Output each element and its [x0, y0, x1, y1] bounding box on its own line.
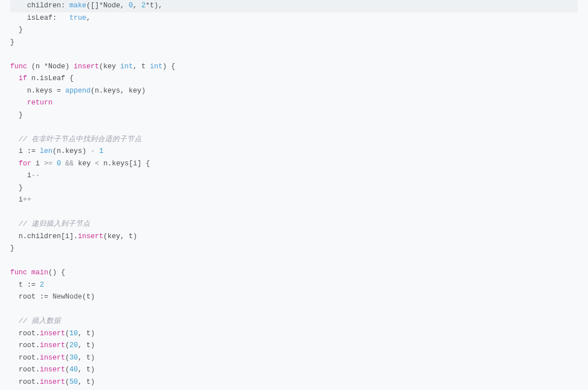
- code-token: ,: [133, 2, 142, 10]
- code-token: (n.keys): [52, 147, 91, 155]
- code-token: n.children[i].: [19, 233, 78, 240]
- code-token: -: [91, 147, 95, 155]
- code-token: :=: [40, 293, 49, 301]
- code-token: t: [19, 281, 27, 289]
- code-token: [36, 147, 40, 155]
- code-token: (key, t): [103, 233, 137, 240]
- code-token: <: [95, 160, 99, 168]
- code-token: }: [10, 38, 15, 46]
- code-token: append: [65, 87, 91, 95]
- code-token: &&: [65, 160, 74, 168]
- code-token: len: [40, 147, 53, 155]
- code-line: [10, 207, 578, 219]
- code-token: insert: [40, 341, 65, 349]
- code-token: (: [65, 366, 70, 374]
- code-token: 0: [57, 160, 62, 168]
- code-token: return: [27, 99, 52, 107]
- code-line: root.insert(30, t): [10, 352, 578, 365]
- code-line: for i >= 0 && key < n.keys[i] {: [10, 158, 578, 170]
- code-token: i: [27, 172, 32, 179]
- code-token: }: [19, 184, 23, 192]
- code-token: , t): [78, 330, 95, 338]
- code-token: :=: [27, 147, 36, 155]
- code-token: >=: [44, 160, 52, 168]
- code-token: 30: [69, 354, 78, 362]
- code-token: 2: [40, 281, 45, 289]
- code-token: insert: [74, 63, 99, 71]
- code-line: func (n *Node) insert(key int, t int) {: [10, 61, 578, 73]
- code-line: n.keys = append(n.keys, key): [10, 85, 578, 98]
- code-token: NewNode: [52, 293, 82, 301]
- code-token: (: [65, 378, 70, 386]
- code-token: (t): [82, 293, 95, 301]
- code-line: root.insert(50, t): [10, 376, 578, 389]
- code-line: [10, 304, 578, 316]
- code-line: }: [10, 24, 578, 37]
- code-token: isLeaf:: [27, 14, 69, 22]
- code-line: root.insert(40, t): [10, 364, 578, 376]
- code-token: int: [120, 63, 133, 71]
- code-token: root.: [19, 341, 40, 349]
- code-token: (: [65, 330, 70, 338]
- code-line: children: make([]*Node, 0, 2*t),: [10, 0, 578, 12]
- code-line: [10, 121, 578, 134]
- code-line: t := 2: [10, 279, 578, 292]
- code-token: 40: [69, 366, 78, 374]
- code-token: 10: [69, 330, 78, 338]
- code-token: , t): [78, 366, 95, 374]
- code-token: }: [19, 111, 23, 119]
- code-token: n.keys =: [27, 87, 65, 95]
- code-token: insert: [40, 330, 65, 338]
- code-line: func main() {: [10, 267, 578, 279]
- code-token: children:: [27, 2, 69, 10]
- code-token: n.keys[i] {: [99, 160, 150, 168]
- code-line: n.children[i].insert(key, t): [10, 231, 578, 243]
- code-line: }: [10, 182, 578, 195]
- code-line: [10, 49, 578, 61]
- code-token: 2: [142, 2, 146, 10]
- code-token: , t): [78, 354, 95, 362]
- code-token: (n.keys, key): [91, 87, 146, 95]
- code-token: ([]*Node,: [86, 2, 129, 10]
- code-block: children: make([]*Node, 0, 2*t), isLeaf:…: [10, 0, 578, 388]
- code-line: // 递归插入到子节点: [10, 218, 578, 231]
- code-token: [27, 269, 32, 277]
- code-token: [61, 160, 65, 168]
- code-line: }: [10, 37, 578, 49]
- code-line: i++: [10, 194, 578, 207]
- code-token: n.isLeaf {: [27, 75, 74, 82]
- code-token: root: [19, 293, 40, 301]
- code-token: // 递归插入到子节点: [19, 220, 90, 228]
- code-line: }: [10, 109, 578, 122]
- code-token: 1: [99, 147, 104, 155]
- code-token: 50: [69, 378, 78, 386]
- code-token: root.: [19, 354, 40, 362]
- code-line: root.insert(10, t): [10, 328, 578, 340]
- code-token: root.: [19, 330, 40, 338]
- code-token: // 在非叶子节点中找到合适的子节点: [19, 135, 142, 143]
- code-line: // 在非叶子节点中找到合适的子节点: [10, 134, 578, 146]
- code-token: for: [19, 160, 32, 168]
- code-token: insert: [78, 233, 103, 240]
- code-token: , t): [78, 341, 95, 349]
- code-token: [52, 160, 57, 168]
- code-token: (key: [99, 63, 121, 71]
- code-line: [10, 255, 578, 268]
- code-token: i: [32, 160, 45, 168]
- code-line: i := len(n.keys) - 1: [10, 146, 578, 158]
- code-token: func: [10, 269, 27, 277]
- code-token: 0: [129, 2, 133, 10]
- code-token: (: [65, 341, 70, 349]
- code-token: // 插入数据: [19, 317, 61, 325]
- code-token: ++: [23, 196, 32, 204]
- code-token: }: [19, 26, 23, 34]
- code-token: [49, 293, 53, 301]
- code-token: insert: [40, 354, 65, 362]
- code-token: i: [19, 147, 27, 155]
- code-token: root.: [19, 378, 40, 386]
- code-token: --: [32, 172, 40, 179]
- code-token: 20: [69, 341, 78, 349]
- code-token: if: [19, 75, 27, 82]
- code-token: , t): [78, 378, 95, 386]
- code-token: , t: [133, 63, 150, 71]
